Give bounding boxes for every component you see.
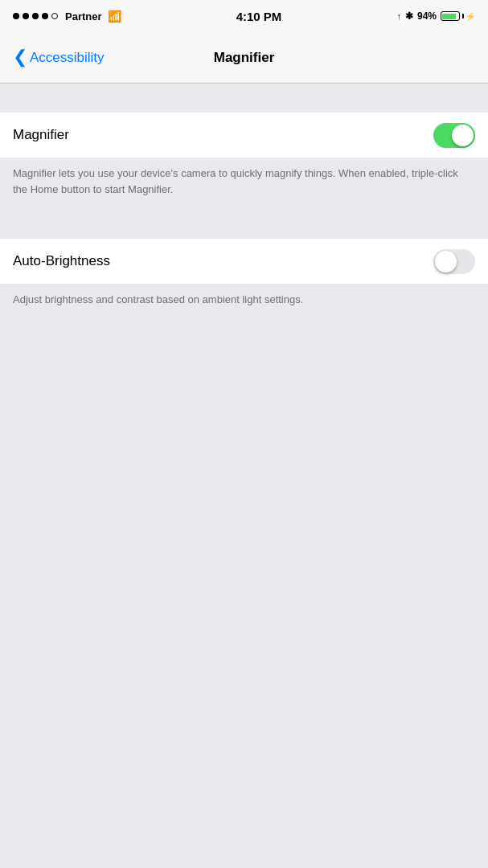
- battery-indicator: ⚡: [441, 11, 475, 21]
- back-button[interactable]: ❮ Accessibility: [13, 49, 105, 66]
- magnifier-group: Magnifier: [0, 113, 488, 158]
- magnifier-toggle[interactable]: [433, 123, 475, 148]
- auto-brightness-description-text: Adjust brightness and contrast based on …: [13, 292, 475, 308]
- auto-brightness-description-block: Adjust brightness and contrast based on …: [0, 284, 488, 321]
- magnifier-label: Magnifier: [13, 127, 69, 143]
- section-gap-top: [0, 84, 488, 113]
- location-icon: ↑: [396, 11, 401, 21]
- dot-4: [42, 13, 48, 19]
- signal-dots: [13, 13, 58, 19]
- page-title: Magnifier: [214, 50, 275, 66]
- auto-brightness-label: Auto-Brightness: [13, 253, 110, 269]
- auto-brightness-toggle-track: [433, 249, 475, 274]
- charging-icon: ⚡: [465, 12, 475, 21]
- magnifier-toggle-thumb: [452, 125, 474, 146]
- status-time: 4:10 PM: [236, 10, 282, 23]
- carrier-label: Partner: [65, 10, 102, 23]
- section-gap-middle: [0, 210, 488, 239]
- magnifier-toggle-track: [433, 123, 475, 148]
- dot-1: [13, 13, 19, 19]
- auto-brightness-toggle-thumb: [435, 251, 457, 272]
- rest-area: [0, 321, 488, 723]
- status-left: Partner 📶: [13, 10, 121, 23]
- battery-tip: [462, 14, 464, 18]
- magnifier-description-text: Magnifier lets you use your device's cam…: [13, 166, 475, 197]
- dot-5: [51, 13, 58, 19]
- dot-2: [23, 13, 29, 19]
- back-label: Accessibility: [30, 50, 105, 66]
- battery-body: [441, 11, 460, 21]
- battery-fill: [442, 14, 455, 19]
- auto-brightness-group: Auto-Brightness: [0, 239, 488, 284]
- magnifier-row: Magnifier: [0, 113, 488, 158]
- auto-brightness-toggle[interactable]: [433, 249, 475, 274]
- magnifier-description-block: Magnifier lets you use your device's cam…: [0, 158, 488, 210]
- bluetooth-icon: ✱: [405, 10, 413, 22]
- back-chevron-icon: ❮: [13, 48, 27, 66]
- auto-brightness-row: Auto-Brightness: [0, 239, 488, 284]
- status-right: ↑ ✱ 94% ⚡: [396, 10, 475, 22]
- battery-percent: 94%: [417, 10, 437, 22]
- dot-3: [32, 13, 39, 19]
- wifi-icon: 📶: [108, 10, 121, 23]
- navigation-bar: ❮ Accessibility Magnifier: [0, 32, 488, 84]
- status-bar: Partner 📶 4:10 PM ↑ ✱ 94% ⚡: [0, 0, 488, 32]
